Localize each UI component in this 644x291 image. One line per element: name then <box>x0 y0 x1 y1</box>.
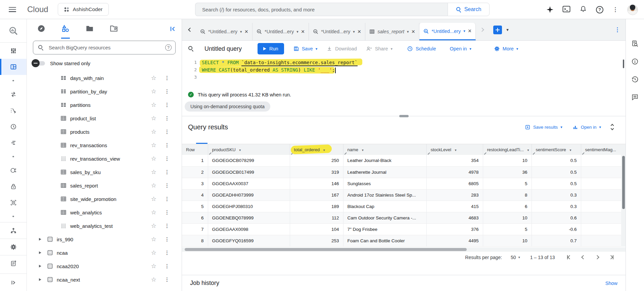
star-icon[interactable] <box>151 141 156 149</box>
column-header[interactable]: sentimentMag... <box>581 144 626 155</box>
collapse-panel-icon[interactable] <box>169 19 176 39</box>
show-starred-toggle[interactable] <box>32 59 46 67</box>
star-icon[interactable] <box>151 155 156 162</box>
tree-item-table[interactable]: sales_by_sku <box>27 165 182 179</box>
editor-tab[interactable]: sales_report <box>365 23 419 40</box>
table-row[interactable]: 6GGOENEBQ078999112Cam Outdoor Security C… <box>182 212 626 223</box>
table-row[interactable]: 3GGOEGAAX0037146Sunglasses680550.5 <box>182 178 626 189</box>
expand-results-icon[interactable] <box>611 124 613 130</box>
close-tab-icon[interactable] <box>245 28 248 35</box>
tree-item-table[interactable]: products <box>27 125 182 138</box>
explorer-tab-resources-icon[interactable] <box>61 19 70 39</box>
star-icon[interactable] <box>151 115 156 122</box>
item-menu-icon[interactable] <box>165 223 170 229</box>
tab-menu-caret-icon[interactable] <box>407 30 409 34</box>
tab-menu-caret-icon[interactable] <box>353 30 355 34</box>
tree-item-table[interactable]: days_with_rain <box>27 71 182 85</box>
tree-item-dataset[interactable]: irs_990 <box>27 233 182 246</box>
column-header[interactable]: restockingLeadTi... <box>483 144 532 155</box>
results-tab[interactable] <box>242 135 253 144</box>
expand-arrow-icon[interactable] <box>39 238 41 241</box>
results-tab[interactable] <box>185 135 196 144</box>
sort-caret-icon[interactable] <box>323 148 325 152</box>
release-notes-icon[interactable] <box>0 255 27 272</box>
share-button[interactable]: Share <box>366 46 393 52</box>
editor-tab[interactable]: *Untitled...ery <box>419 23 476 40</box>
tree-item-table[interactable]: partition_by_day <box>27 85 182 98</box>
google-cloud-logo[interactable]: Cloud <box>25 5 48 14</box>
star-icon[interactable] <box>151 74 156 82</box>
new-tab-caret-icon[interactable] <box>506 27 509 32</box>
governance-lock-icon[interactable] <box>0 178 27 195</box>
item-menu-icon[interactable] <box>165 115 170 121</box>
sort-caret-icon[interactable] <box>455 148 457 152</box>
tree-item-dataset[interactable]: ncaa <box>27 246 182 259</box>
explorer-search-input[interactable] <box>33 41 176 54</box>
item-menu-icon[interactable] <box>165 88 170 94</box>
item-menu-icon[interactable] <box>165 209 170 215</box>
item-menu-icon[interactable] <box>165 169 170 175</box>
star-icon[interactable] <box>151 195 156 203</box>
item-menu-icon[interactable] <box>165 196 170 202</box>
settings-gear-icon[interactable] <box>0 239 27 255</box>
explorer-tab-compass-icon[interactable] <box>37 19 46 39</box>
column-header[interactable]: Row <box>182 144 208 155</box>
feedback-icon[interactable] <box>631 93 639 102</box>
global-search-input[interactable] <box>195 3 448 16</box>
table-row[interactable]: 2GGOEGOCB017499319Leatherette Journal497… <box>182 166 626 178</box>
project-selector[interactable]: AshishCoder <box>58 3 109 16</box>
item-menu-icon[interactable] <box>165 236 170 242</box>
column-header[interactable]: stockLevel <box>426 144 483 155</box>
show-job-history-button[interactable]: Show <box>605 281 617 286</box>
pipelines-icon[interactable] <box>0 102 27 119</box>
explorer-tab-projects-icon[interactable] <box>109 19 118 39</box>
document-scanner-icon[interactable] <box>0 195 27 211</box>
results-tab[interactable] <box>219 135 230 144</box>
tab-menu-caret-icon[interactable] <box>463 29 465 33</box>
close-tab-icon[interactable] <box>301 28 305 35</box>
dashboard-icon[interactable] <box>0 43 27 59</box>
star-icon[interactable] <box>151 88 156 95</box>
tree-item-dataset[interactable]: ncaa_next <box>27 273 182 286</box>
run-button[interactable]: Run <box>258 43 284 54</box>
tree-item-table[interactable]: product_list <box>27 112 182 125</box>
column-header[interactable]: sentimentScore <box>532 144 581 155</box>
star-icon[interactable] <box>151 128 156 135</box>
open-in-button[interactable]: Open in <box>450 46 471 51</box>
sort-caret-icon[interactable] <box>239 148 241 152</box>
tree-item-dataset[interactable]: ncaa2020 <box>27 259 182 273</box>
vertical-scrollbar[interactable] <box>621 155 626 247</box>
sql-workspace-icon[interactable] <box>0 59 27 75</box>
history-icon[interactable] <box>631 76 639 84</box>
pane-divider[interactable] <box>182 116 626 119</box>
previous-page-icon[interactable] <box>582 256 585 259</box>
sort-caret-icon[interactable] <box>569 148 571 152</box>
data-transfers-icon[interactable] <box>0 86 27 102</box>
item-menu-icon[interactable] <box>165 277 170 283</box>
info-icon[interactable] <box>631 58 639 67</box>
tree-item-table[interactable]: rev_transactions <box>27 138 182 152</box>
expand-arrow-icon[interactable] <box>39 278 41 281</box>
star-icon[interactable] <box>151 182 156 189</box>
tree-item-table[interactable]: rev_transactions_view <box>27 152 182 165</box>
last-page-icon[interactable] <box>609 255 613 259</box>
editor-scrollbar[interactable] <box>623 59 624 68</box>
column-header[interactable]: total_ordered <box>290 144 343 155</box>
expand-arrow-icon[interactable] <box>39 265 41 267</box>
item-menu-icon[interactable] <box>165 102 170 108</box>
tab-menu-caret-icon[interactable] <box>240 30 242 34</box>
page-size-select[interactable]: 50 <box>511 255 520 260</box>
notifications-bell-icon[interactable] <box>580 5 587 14</box>
tab-scroll-left-icon[interactable] <box>184 28 196 31</box>
sql-editor[interactable]: 123 SELECT * FROM `data-to-insights.ecom… <box>182 57 626 89</box>
next-page-icon[interactable] <box>596 256 599 259</box>
sort-caret-icon[interactable] <box>362 148 364 152</box>
horizontal-scrollbar[interactable] <box>182 247 626 252</box>
download-button[interactable]: Download <box>326 46 357 52</box>
tree-item-table[interactable]: web_analytics_test <box>27 219 182 233</box>
org-chart-icon[interactable] <box>0 222 27 239</box>
tab-scroll-right-icon[interactable] <box>476 28 488 31</box>
avatar[interactable] <box>627 4 638 15</box>
bigquery-logo-icon[interactable] <box>0 19 27 43</box>
sort-caret-icon[interactable] <box>527 148 529 152</box>
